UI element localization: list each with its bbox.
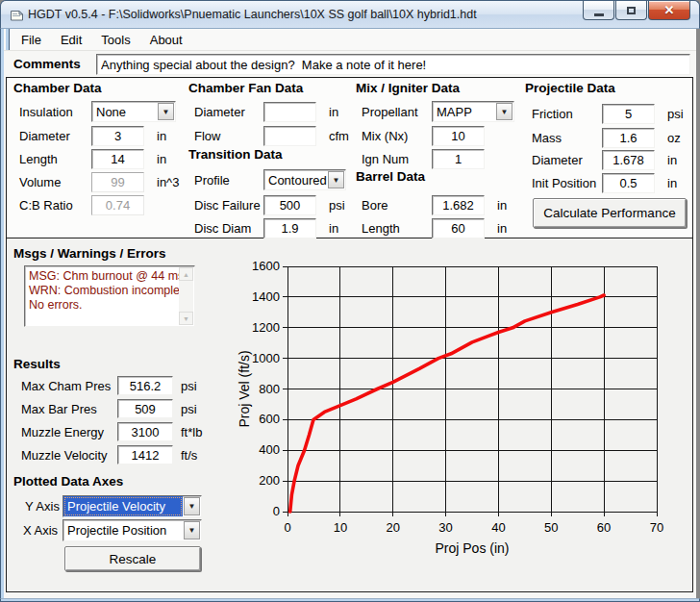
window-border-right — [6, 29, 10, 50]
svg-text:1000: 1000 — [252, 351, 280, 365]
y-axis-label: Y Axis — [25, 499, 60, 514]
chamber-data-section: Chamber Data Insulation None ▼ Diameter … — [13, 81, 187, 237]
profile-label: Profile — [194, 173, 263, 188]
svg-text:600: 600 — [259, 412, 280, 426]
projectile-diameter-input[interactable] — [602, 150, 655, 170]
fan-diameter-label: Diameter — [194, 105, 263, 119]
propellant-select[interactable]: MAPP ▼ — [432, 101, 514, 122]
window-title: HGDT v0.5.4 - F:\Solidworks\Pnuematic La… — [28, 1, 477, 29]
x-axis-label: X Axis — [23, 523, 58, 538]
max-cham-pres-value[interactable] — [117, 376, 173, 395]
chamber-fan-data-title: Chamber Fan Data — [188, 81, 303, 95]
ign-num-label: Ign Num — [362, 152, 432, 166]
init-position-input[interactable] — [602, 173, 655, 193]
svg-text:50: 50 — [544, 520, 558, 535]
messages-text: MSG: Chm burnout @ 44 ms WRN: Combustion… — [29, 269, 177, 313]
fan-diameter-input[interactable] — [263, 102, 316, 122]
projectile-data-section: Projectile Data Friction psi Mass oz Dia… — [525, 81, 694, 237]
insulation-select[interactable]: None ▼ — [91, 101, 176, 122]
menu-item-file[interactable]: File — [12, 30, 51, 50]
chamber-diameter-input[interactable] — [91, 126, 144, 146]
scroll-down-icon[interactable]: ▼ — [179, 312, 193, 325]
results-section: Max Cham Pres psi Max Bar Pres psi Muzzl… — [21, 375, 233, 471]
mix-nx-input[interactable] — [432, 126, 485, 146]
minimize-icon — [594, 13, 604, 16]
rescale-button[interactable]: Rescale — [64, 546, 201, 571]
disc-diam-input[interactable] — [263, 218, 316, 238]
chevron-down-icon: ▼ — [328, 171, 344, 188]
disc-failure-input[interactable] — [263, 195, 316, 215]
messages-title: Msgs / Warnings / Errors — [13, 246, 166, 261]
svg-text:60: 60 — [597, 520, 611, 535]
ign-num-input[interactable] — [432, 149, 485, 169]
cb-ratio-label: C:B Ratio — [19, 198, 91, 213]
calculate-performance-button[interactable]: Calculate Performance — [533, 198, 687, 228]
y-axis-select[interactable]: Projectile Velocity ▼ — [62, 495, 202, 517]
svg-text:0: 0 — [284, 520, 290, 535]
minimize-button[interactable] — [583, 1, 614, 20]
max-bar-pres-label: Max Bar Pres — [21, 402, 117, 416]
comments-label: Comments — [13, 57, 81, 71]
svg-text:1400: 1400 — [252, 289, 280, 304]
mass-input[interactable] — [602, 128, 655, 148]
max-bar-pres-value[interactable] — [117, 399, 173, 418]
messages-box[interactable]: MSG: Chm burnout @ 44 ms WRN: Combustion… — [24, 265, 195, 327]
insulation-label: Insulation — [19, 105, 91, 119]
chamber-length-input[interactable] — [91, 149, 144, 169]
message-line: No errors. — [29, 298, 177, 313]
scroll-up-icon[interactable]: ▲ — [179, 267, 193, 281]
messages-scrollbar[interactable]: ▲ ▼ — [179, 267, 193, 325]
svg-text:1200: 1200 — [252, 320, 280, 335]
svg-text:Proj Pos (in): Proj Pos (in) — [435, 540, 509, 556]
svg-text:30: 30 — [438, 520, 452, 535]
friction-input[interactable] — [602, 104, 655, 124]
plotted-data-axes-title: Plotted Data Axes — [13, 474, 123, 489]
close-button[interactable]: ✕ — [648, 1, 690, 20]
profile-select[interactable]: Contoured ▼ — [263, 169, 346, 190]
maximize-button[interactable] — [615, 1, 647, 20]
comments-input[interactable] — [96, 54, 690, 75]
chevron-down-icon: ▼ — [184, 497, 200, 515]
muzzle-velocity-value[interactable] — [117, 445, 173, 464]
friction-label: Friction — [532, 107, 602, 121]
muzzle-energy-label: Muzzle Energy — [21, 425, 117, 439]
init-position-label: Init Position — [532, 176, 602, 190]
bore-label: Bore — [362, 198, 432, 213]
x-axis-select[interactable]: Projectile Position ▼ — [62, 519, 202, 541]
mix-nx-label: Mix (Nx) — [362, 129, 432, 143]
menu-item-about[interactable]: About — [140, 30, 192, 50]
disc-diam-label: Disc Diam — [194, 221, 263, 236]
svg-text:70: 70 — [650, 520, 663, 535]
menu-item-tools[interactable]: Tools — [91, 30, 139, 50]
propellant-label: Propellant — [362, 105, 432, 119]
chamber-length-label: Length — [19, 152, 91, 166]
chamber-volume-label: Volume — [19, 175, 91, 189]
velocity-position-chart: 0102030405060700200400600800100012001400… — [237, 242, 692, 592]
mix-barrel-section: Mix / Igniter Data Propellant MAPP ▼ Mix… — [356, 81, 525, 237]
chamber-diameter-label: Diameter — [19, 129, 91, 143]
fan-flow-input[interactable] — [263, 126, 316, 146]
chamber-data-title: Chamber Data — [13, 81, 102, 95]
window-border-bottom — [0, 598, 700, 602]
app-icon — [10, 9, 24, 26]
chevron-down-icon: ▼ — [158, 103, 174, 120]
menu-bar: File Edit Tools About — [4, 29, 696, 51]
projectile-diameter-label: Diameter — [532, 153, 602, 167]
window-border-left — [0, 29, 4, 598]
barrel-length-input[interactable] — [432, 218, 485, 238]
fan-transition-section: Chamber Fan Data Diameter in Flow cfm Tr… — [188, 81, 357, 237]
transition-data-title: Transition Data — [188, 147, 283, 162]
mix-igniter-data-title: Mix / Igniter Data — [356, 81, 460, 95]
menu-item-edit[interactable]: Edit — [51, 30, 91, 50]
disc-failure-label: Disc Failure — [194, 198, 263, 213]
muzzle-energy-value[interactable] — [117, 422, 173, 441]
results-title: Results — [13, 357, 61, 371]
svg-text:10: 10 — [334, 520, 347, 535]
mass-label: Mass — [532, 131, 602, 145]
chevron-down-icon: ▼ — [496, 103, 512, 120]
title-bar: HGDT v0.5.4 - F:\Solidworks\Pnuematic La… — [0, 0, 700, 29]
svg-text:1600: 1600 — [252, 259, 280, 273]
bore-input[interactable] — [432, 195, 485, 215]
svg-text:200: 200 — [259, 473, 280, 488]
chamber-volume-input — [91, 172, 144, 192]
